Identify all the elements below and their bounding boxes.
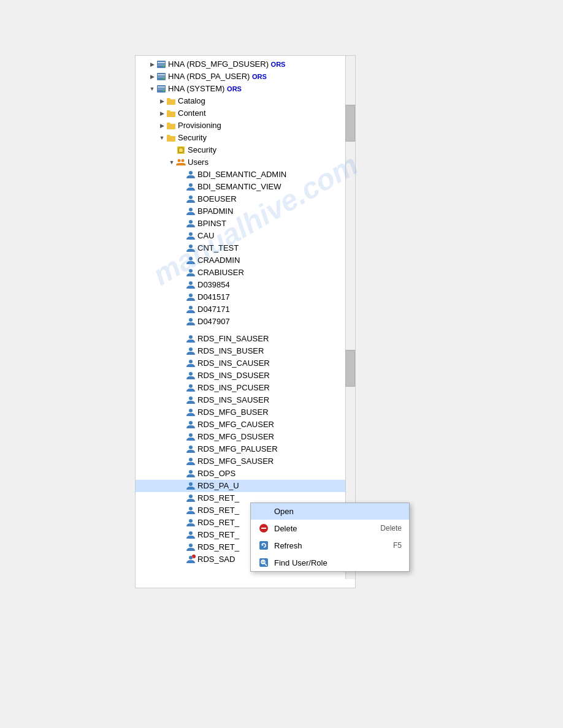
tree-item-rds-fin-sauser[interactable]: RDS_FIN_SAUSER	[136, 333, 345, 345]
label-provisioning: Provisioning	[178, 120, 221, 131]
label-rds-ret-1: RDS_RET_	[197, 493, 239, 504]
svg-point-39	[189, 409, 193, 412]
tree-item-bpinst[interactable]: BPINST	[136, 218, 345, 230]
label-cau: CAU	[197, 230, 214, 241]
tree-item-hna-rds-pa[interactable]: ▶ HNA (RDS_PA_USER) ORS	[136, 70, 345, 83]
tree-item-d047907[interactable]: D047907	[136, 316, 345, 328]
svg-point-25	[189, 232, 193, 236]
tree-item-d047171[interactable]: D047171	[136, 303, 345, 316]
label-bdi-semantic-view: BDI_SEMANTIC_VIEW	[197, 181, 282, 192]
user-icon-d047171	[186, 305, 196, 314]
expander-hna-rds-mfg[interactable]: ▶	[148, 60, 156, 69]
expander-hna-system[interactable]: ▼	[148, 85, 156, 93]
svg-point-36	[189, 372, 193, 376]
tree-item-d039854[interactable]: D039854	[136, 279, 345, 291]
expander-content[interactable]: ▶	[158, 109, 166, 118]
svg-point-35	[189, 360, 193, 363]
tree-item-bdi-semantic-admin[interactable]: BDI_SEMANTIC_ADMIN	[136, 169, 345, 181]
svg-point-33	[189, 335, 193, 339]
tree-item-users-group[interactable]: ▼ Users	[136, 156, 345, 169]
tree-item-rds-ops[interactable]: RDS_OPS	[136, 468, 345, 480]
context-menu-find-user-role-label: Find User/Role	[274, 558, 327, 567]
svg-point-44	[189, 470, 193, 474]
tree-item-rds-pa-u[interactable]: RDS_PA_U	[136, 480, 345, 492]
tree-item-rds-ins-buser[interactable]: RDS_INS_BUSER	[136, 345, 345, 357]
tree-item-hna-rds-mfg[interactable]: ▶ HNA (RDS_MFG_DSUSER) ORS	[136, 58, 345, 70]
tree-item-rds-mfg-paluser[interactable]: RDS_MFG_PALUSER	[136, 443, 345, 455]
context-menu-refresh-label: Refresh	[274, 541, 302, 550]
tree-item-bdi-semantic-view[interactable]: BDI_SEMANTIC_VIEW	[136, 181, 345, 193]
tree-item-cau[interactable]: CAU	[136, 230, 345, 242]
label-craadmin: CRAADMIN	[197, 255, 240, 266]
label-rds-ret-3: RDS_RET_	[197, 517, 239, 528]
svg-point-20	[189, 171, 193, 175]
svg-point-42	[189, 446, 193, 449]
user-icon-rds-mfg-dsuser	[186, 432, 196, 442]
tree-item-security-item[interactable]: ▶ Security	[136, 144, 345, 156]
expander-security-folder[interactable]: ▼	[158, 134, 166, 142]
tree-item-boeuser[interactable]: BOEUSER	[136, 193, 345, 205]
tree-item-crabiuser[interactable]: CRABIUSER	[136, 267, 345, 279]
label-rds-sad: RDS_SAD	[197, 554, 235, 565]
tree-item-rds-mfg-sauser[interactable]: RDS_MFG_SAUSER	[136, 455, 345, 468]
user-icon-rds-sad: !	[186, 555, 196, 564]
svg-rect-1	[158, 62, 165, 63]
svg-rect-12	[158, 88, 165, 89]
svg-point-41	[189, 433, 193, 437]
label-rds-mfg-causer: RDS_MFG_CAUSER	[197, 419, 274, 430]
tree-item-rds-mfg-causer[interactable]: RDS_MFG_CAUSER	[136, 419, 345, 431]
svg-point-32	[189, 318, 193, 322]
tree-item-rds-ins-causer[interactable]: RDS_INS_CAUSER	[136, 357, 345, 370]
tree-item-d041517[interactable]: D041517	[136, 291, 345, 303]
label-hna-rds-mfg: HNA (RDS_MFG_DSUSER) ORS	[168, 59, 285, 70]
svg-point-30	[189, 294, 193, 297]
tree-item-rds-ins-sauser[interactable]: RDS_INS_SAUSER	[136, 394, 345, 406]
tree-item-rds-ins-dsuser[interactable]: RDS_INS_DSUSER	[136, 370, 345, 382]
refresh-icon	[258, 540, 269, 550]
tree-item-rds-mfg-dsuser[interactable]: RDS_MFG_DSUSER	[136, 431, 345, 443]
tree-item-cnt-test[interactable]: CNT_TEST	[136, 242, 345, 254]
user-icon-bdi-semantic-view	[186, 182, 196, 192]
context-menu-delete-label: Delete	[274, 524, 297, 533]
scrollbar-thumb-mid[interactable]	[345, 350, 355, 387]
expander-provisioning[interactable]: ▶	[158, 121, 166, 130]
svg-point-26	[189, 245, 193, 248]
tree-item-craadmin[interactable]: CRAADMIN	[136, 254, 345, 267]
svg-point-43	[189, 458, 193, 461]
user-icon-bpinst	[186, 219, 196, 229]
tree-item-hna-system[interactable]: ▼ HNA (SYSTEM) ORS	[136, 83, 345, 95]
user-icon-rds-ops	[186, 469, 196, 479]
user-icon-rds-mfg-buser	[186, 408, 196, 417]
label-rds-mfg-dsuser: RDS_MFG_DSUSER	[197, 431, 274, 442]
tree-item-provisioning[interactable]: ▶ Provisioning	[136, 119, 345, 132]
svg-rect-11	[158, 86, 165, 88]
expander-hna-rds-pa[interactable]: ▶	[148, 72, 156, 81]
svg-rect-17	[179, 148, 183, 152]
user-icon-crabiuser	[186, 268, 196, 278]
user-icon-cnt-test	[186, 243, 196, 253]
svg-point-24	[189, 220, 193, 224]
vertical-scrollbar[interactable]	[345, 56, 355, 579]
tree-item-catalog[interactable]: ▶ Catalog	[136, 95, 345, 107]
svg-point-4	[163, 66, 165, 67]
svg-point-48	[189, 519, 193, 523]
user-icon-rds-ins-pcuser	[186, 383, 196, 393]
scrollbar-thumb-top[interactable]	[345, 105, 355, 142]
context-menu-find-user-role[interactable]: Find User/Role	[251, 554, 409, 571]
label-rds-ins-sauser: RDS_INS_SAUSER	[197, 395, 269, 406]
tree-item-rds-ins-pcuser[interactable]: RDS_INS_PCUSER	[136, 382, 345, 394]
svg-point-50	[189, 544, 193, 547]
label-hna-system: HNA (SYSTEM) ORS	[168, 83, 242, 94]
svg-rect-2	[158, 64, 165, 64]
svg-point-31	[189, 306, 193, 309]
tree-inner: ▶ HNA (RDS_MFG_DSUSER) ORS ▶	[136, 56, 355, 579]
context-menu-delete[interactable]: Delete Delete	[251, 520, 409, 537]
tree-item-bpadmin[interactable]: BPADMIN	[136, 205, 345, 218]
tree-item-rds-mfg-buser[interactable]: RDS_MFG_BUSER	[136, 406, 345, 419]
tree-item-content[interactable]: ▶ Content	[136, 107, 345, 119]
context-menu-refresh[interactable]: Refresh F5	[251, 537, 409, 554]
context-menu-open[interactable]: Open	[251, 503, 409, 520]
expander-users-group[interactable]: ▼	[167, 158, 176, 167]
tree-item-security-folder[interactable]: ▼ Security	[136, 132, 345, 144]
expander-catalog[interactable]: ▶	[158, 97, 166, 105]
